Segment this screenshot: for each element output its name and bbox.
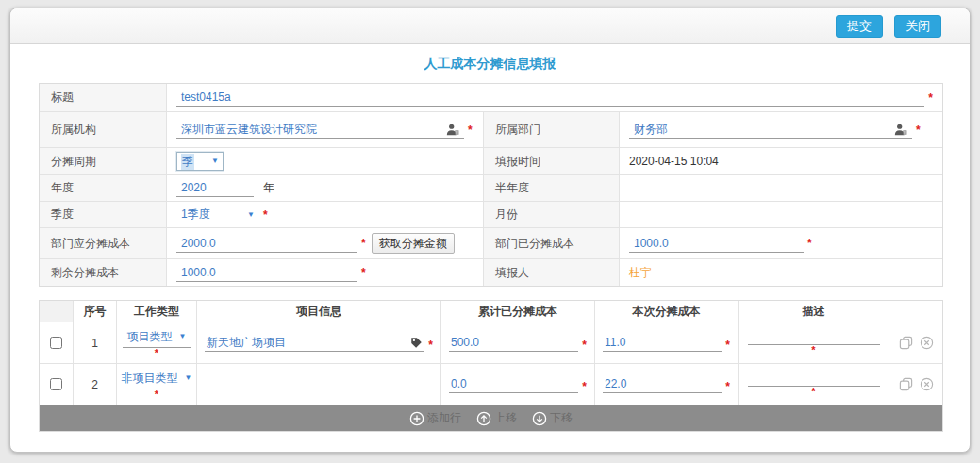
move-down-button[interactable]: 下移: [532, 410, 573, 426]
quarter-label: 季度: [40, 202, 167, 227]
required-marker: *: [807, 237, 812, 250]
half-year-field: [620, 175, 942, 201]
header-work-type: 工作类型: [117, 301, 197, 322]
table-row: 2 非项目类型 ▼ * 0.0 * 22.0: [40, 364, 942, 405]
title-field: test0415a *: [167, 84, 942, 111]
dept-done-cost-input[interactable]: 1000.0: [629, 235, 804, 253]
required-marker: *: [811, 388, 815, 396]
year-input[interactable]: 2020: [176, 179, 254, 197]
remain-cost-input[interactable]: 1000.0: [176, 264, 357, 282]
tag-icon[interactable]: [410, 337, 423, 349]
header-project: 项目信息: [197, 301, 441, 322]
add-row-button[interactable]: 添加行: [409, 410, 461, 426]
reporter-label: 填报人: [483, 259, 620, 286]
select-user-icon[interactable]: [445, 124, 459, 136]
detail-table-header: 序号 工作类型 项目信息 累计已分摊成本 本次分摊成本 描述: [40, 301, 942, 322]
quarter-select[interactable]: 1季度 ▼: [176, 206, 259, 223]
dept-due-cost-label: 部门应分摊成本: [40, 228, 167, 258]
delete-row-icon[interactable]: [920, 377, 934, 391]
project-input[interactable]: 新天地广场项目 *: [197, 334, 440, 352]
title-label: 标题: [40, 84, 167, 111]
org-field: 深圳市蓝云建筑设计研究院 *: [167, 112, 483, 147]
year-field: 2020 年: [167, 175, 483, 201]
month-label: 月份: [483, 202, 620, 227]
required-marker: *: [361, 266, 366, 279]
fill-time-value: 2020-04-15 10:04: [629, 155, 719, 168]
form-row-remain-reporter: 剩余分摊成本 1000.0 * 填报人 杜宇: [40, 258, 942, 286]
required-marker: *: [928, 91, 933, 105]
required-marker: *: [468, 124, 473, 137]
dept-field: 财务部 *: [620, 112, 942, 147]
year-label: 年度: [40, 175, 167, 201]
org-input[interactable]: 深圳市蓝云建筑设计研究院: [176, 121, 464, 139]
header-current-cost: 本次分摊成本: [595, 301, 739, 322]
form-row-due-done-cost: 部门应分摊成本 2000.0 * 获取分摊金额 部门已分摊成本 1000.0 *: [40, 227, 942, 258]
circle-plus-icon: [409, 411, 424, 426]
copy-row-icon[interactable]: [899, 377, 913, 391]
period-select[interactable]: 季 ▼: [176, 152, 224, 171]
description-input[interactable]: *: [748, 331, 880, 355]
project-cell-empty: [197, 364, 441, 405]
required-marker: *: [263, 208, 268, 222]
header-actions: [889, 301, 942, 322]
submit-button[interactable]: 提交: [836, 15, 883, 38]
half-year-label: 半年度: [483, 175, 620, 201]
remain-cost-field: 1000.0 *: [167, 259, 483, 286]
required-marker: *: [811, 346, 815, 355]
chevron-down-icon: ▼: [247, 209, 255, 221]
copy-row-icon[interactable]: [899, 336, 913, 350]
reporter-field: 杜宇: [620, 259, 942, 286]
required-marker: *: [155, 349, 158, 357]
detail-table: 序号 工作类型 项目信息 累计已分摊成本 本次分摊成本 描述 1 项目类型 ▼ …: [39, 300, 943, 432]
year-unit: 年: [263, 180, 274, 196]
toolbar: 提交 关闭: [10, 8, 970, 44]
org-label: 所属机构: [40, 112, 167, 147]
quarter-field: 1季度 ▼ *: [167, 202, 483, 227]
dept-input[interactable]: 财务部: [629, 121, 912, 139]
dept-done-cost-field: 1000.0 *: [620, 228, 942, 258]
title-input[interactable]: test0415a: [176, 89, 924, 107]
description-input[interactable]: *: [748, 372, 880, 396]
required-marker: *: [428, 339, 433, 352]
fill-time-field: 2020-04-15 10:04: [620, 148, 942, 174]
form-row-org-dept: 所属机构 深圳市蓝云建筑设计研究院 * 所属部门 财务部 *: [40, 111, 942, 147]
row-number: 1: [74, 322, 117, 363]
required-marker: *: [916, 124, 921, 137]
dept-due-cost-input[interactable]: 2000.0: [176, 235, 357, 253]
month-field: [620, 202, 942, 227]
required-marker: *: [725, 339, 730, 352]
reporter-value: 杜宇: [629, 265, 652, 281]
header-description: 描述: [739, 301, 889, 322]
header-no: 序号: [74, 301, 117, 322]
work-type-select[interactable]: 非项目类型 ▼ *: [119, 371, 195, 399]
circle-arrow-up-icon: [476, 411, 491, 426]
form-row-title: 标题 test0415a *: [40, 84, 942, 111]
required-marker: *: [582, 339, 587, 352]
close-button[interactable]: 关闭: [894, 15, 941, 38]
required-marker: *: [361, 237, 366, 250]
current-cost-input[interactable]: 11.0 *: [595, 334, 738, 352]
row-number: 2: [74, 364, 117, 405]
current-cost-input[interactable]: 22.0 *: [595, 375, 738, 393]
form-window: 提交 关闭 人工成本分摊信息填报 标题 test0415a * 所属机构 深圳市…: [9, 8, 971, 453]
circle-arrow-down-icon: [532, 411, 547, 426]
required-marker: *: [725, 380, 730, 393]
chevron-down-icon: ▼: [211, 156, 219, 167]
get-allocation-amount-button[interactable]: 获取分摊金额: [372, 233, 455, 254]
main-form: 标题 test0415a * 所属机构 深圳市蓝云建筑设计研究院 * 所属部门: [39, 83, 943, 287]
dept-due-cost-field: 2000.0 * 获取分摊金额: [167, 228, 483, 258]
select-user-icon[interactable]: [893, 124, 907, 136]
move-up-button[interactable]: 上移: [476, 410, 517, 426]
cumulative-cost-input[interactable]: 500.0 *: [441, 334, 594, 352]
row-checkbox[interactable]: [50, 337, 62, 349]
row-checkbox[interactable]: [50, 378, 62, 390]
delete-row-icon[interactable]: [920, 336, 934, 350]
dept-done-cost-label: 部门已分摊成本: [483, 228, 620, 258]
page-title: 人工成本分摊信息填报: [10, 56, 970, 73]
required-marker: *: [155, 390, 158, 399]
work-type-select[interactable]: 项目类型 ▼ *: [123, 329, 191, 357]
cumulative-cost-input[interactable]: 0.0 *: [441, 375, 594, 393]
dept-label: 所属部门: [483, 112, 620, 147]
table-row: 1 项目类型 ▼ * 新天地广场项目: [40, 322, 942, 364]
form-row-quarter-month: 季度 1季度 ▼ * 月份: [40, 201, 942, 227]
